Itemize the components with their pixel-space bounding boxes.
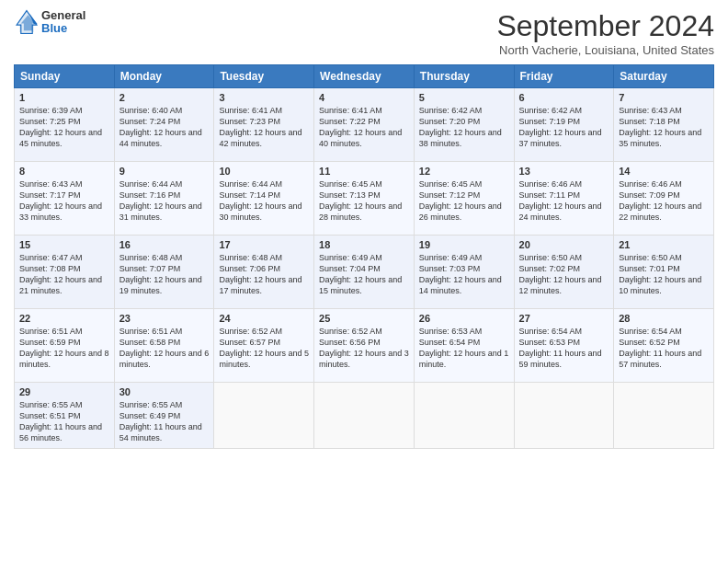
table-row: 25 Sunrise: 6:52 AM Sunset: 6:56 PM Dayl… bbox=[314, 309, 415, 383]
day-number: 3 bbox=[219, 92, 309, 103]
day-number: 18 bbox=[319, 239, 409, 250]
calendar-table: Sunday Monday Tuesday Wednesday Thursday… bbox=[14, 64, 714, 449]
day-info: Sunrise: 6:55 AM Sunset: 6:49 PM Dayligh… bbox=[119, 399, 210, 444]
logo-text: General Blue bbox=[41, 9, 85, 36]
table-row: 15 Sunrise: 6:47 AM Sunset: 7:08 PM Dayl… bbox=[15, 236, 115, 309]
day-info: Sunrise: 6:50 AM Sunset: 7:01 PM Dayligh… bbox=[619, 252, 709, 297]
table-row: 24 Sunrise: 6:52 AM Sunset: 6:57 PM Dayl… bbox=[214, 309, 314, 383]
col-saturday: Saturday bbox=[614, 65, 714, 88]
table-row: 20 Sunrise: 6:50 AM Sunset: 7:02 PM Dayl… bbox=[514, 236, 614, 309]
day-number: 27 bbox=[519, 313, 609, 324]
table-row: 9 Sunrise: 6:44 AM Sunset: 7:16 PM Dayli… bbox=[114, 162, 214, 236]
day-number: 14 bbox=[619, 166, 709, 177]
table-row: 4 Sunrise: 6:41 AM Sunset: 7:22 PM Dayli… bbox=[314, 88, 415, 162]
col-monday: Monday bbox=[114, 65, 214, 88]
day-info: Sunrise: 6:41 AM Sunset: 7:22 PM Dayligh… bbox=[319, 105, 409, 150]
day-number: 24 bbox=[219, 313, 309, 324]
calendar-week-row: 1 Sunrise: 6:39 AM Sunset: 7:25 PM Dayli… bbox=[15, 88, 714, 162]
day-number: 1 bbox=[19, 92, 109, 103]
day-info: Sunrise: 6:49 AM Sunset: 7:03 PM Dayligh… bbox=[419, 252, 509, 297]
day-info: Sunrise: 6:46 AM Sunset: 7:09 PM Dayligh… bbox=[619, 178, 709, 224]
day-number: 2 bbox=[119, 92, 210, 103]
logo-blue: Blue bbox=[41, 22, 85, 35]
calendar-week-row: 8 Sunrise: 6:43 AM Sunset: 7:17 PM Dayli… bbox=[15, 162, 714, 236]
table-row bbox=[514, 383, 614, 449]
table-row: 17 Sunrise: 6:48 AM Sunset: 7:06 PM Dayl… bbox=[214, 236, 314, 309]
location: North Vacherie, Louisiana, United States bbox=[496, 43, 714, 57]
table-row bbox=[214, 383, 314, 449]
day-number: 6 bbox=[519, 92, 609, 103]
day-number: 10 bbox=[219, 166, 309, 177]
day-number: 22 bbox=[19, 313, 109, 324]
table-row: 22 Sunrise: 6:51 AM Sunset: 6:59 PM Dayl… bbox=[15, 309, 115, 383]
table-row: 30 Sunrise: 6:55 AM Sunset: 6:49 PM Dayl… bbox=[114, 383, 214, 449]
day-info: Sunrise: 6:55 AM Sunset: 6:51 PM Dayligh… bbox=[19, 399, 109, 444]
table-row: 13 Sunrise: 6:46 AM Sunset: 7:11 PM Dayl… bbox=[514, 162, 614, 236]
day-info: Sunrise: 6:39 AM Sunset: 7:25 PM Dayligh… bbox=[19, 105, 109, 150]
table-row: 16 Sunrise: 6:48 AM Sunset: 7:07 PM Dayl… bbox=[114, 236, 214, 309]
table-row: 29 Sunrise: 6:55 AM Sunset: 6:51 PM Dayl… bbox=[15, 383, 115, 449]
day-info: Sunrise: 6:51 AM Sunset: 6:58 PM Dayligh… bbox=[119, 326, 210, 371]
day-info: Sunrise: 6:41 AM Sunset: 7:23 PM Dayligh… bbox=[219, 105, 309, 150]
table-row: 18 Sunrise: 6:49 AM Sunset: 7:04 PM Dayl… bbox=[314, 236, 415, 309]
day-number: 25 bbox=[319, 313, 409, 324]
table-row: 12 Sunrise: 6:45 AM Sunset: 7:12 PM Dayl… bbox=[414, 162, 514, 236]
day-info: Sunrise: 6:52 AM Sunset: 6:56 PM Dayligh… bbox=[319, 326, 409, 371]
title-section: September 2024 North Vacherie, Louisiana… bbox=[496, 9, 714, 57]
col-wednesday: Wednesday bbox=[314, 65, 415, 88]
table-row: 2 Sunrise: 6:40 AM Sunset: 7:24 PM Dayli… bbox=[114, 88, 214, 162]
table-row: 26 Sunrise: 6:53 AM Sunset: 6:54 PM Dayl… bbox=[414, 309, 514, 383]
col-thursday: Thursday bbox=[414, 65, 514, 88]
day-info: Sunrise: 6:54 AM Sunset: 6:52 PM Dayligh… bbox=[619, 326, 709, 371]
day-number: 5 bbox=[419, 92, 509, 103]
calendar-week-row: 22 Sunrise: 6:51 AM Sunset: 6:59 PM Dayl… bbox=[15, 309, 714, 383]
table-row bbox=[314, 383, 415, 449]
day-number: 17 bbox=[219, 239, 309, 250]
table-row bbox=[614, 383, 714, 449]
day-number: 19 bbox=[419, 239, 509, 250]
page-header: General Blue September 2024 North Vacher… bbox=[14, 9, 714, 57]
table-row: 8 Sunrise: 6:43 AM Sunset: 7:17 PM Dayli… bbox=[15, 162, 115, 236]
table-row: 27 Sunrise: 6:54 AM Sunset: 6:53 PM Dayl… bbox=[514, 309, 614, 383]
col-friday: Friday bbox=[514, 65, 614, 88]
table-row: 21 Sunrise: 6:50 AM Sunset: 7:01 PM Dayl… bbox=[614, 236, 714, 309]
table-row: 3 Sunrise: 6:41 AM Sunset: 7:23 PM Dayli… bbox=[214, 88, 314, 162]
day-info: Sunrise: 6:42 AM Sunset: 7:19 PM Dayligh… bbox=[519, 105, 609, 150]
calendar-week-row: 29 Sunrise: 6:55 AM Sunset: 6:51 PM Dayl… bbox=[15, 383, 714, 449]
month-title: September 2024 bbox=[496, 9, 714, 43]
col-sunday: Sunday bbox=[15, 65, 115, 88]
day-info: Sunrise: 6:50 AM Sunset: 7:02 PM Dayligh… bbox=[519, 252, 609, 297]
day-info: Sunrise: 6:42 AM Sunset: 7:20 PM Dayligh… bbox=[419, 105, 509, 150]
day-number: 21 bbox=[619, 239, 709, 250]
day-info: Sunrise: 6:48 AM Sunset: 7:07 PM Dayligh… bbox=[119, 252, 210, 297]
day-info: Sunrise: 6:47 AM Sunset: 7:08 PM Dayligh… bbox=[19, 252, 109, 297]
table-row: 14 Sunrise: 6:46 AM Sunset: 7:09 PM Dayl… bbox=[614, 162, 714, 236]
day-number: 13 bbox=[519, 166, 609, 177]
day-info: Sunrise: 6:44 AM Sunset: 7:16 PM Dayligh… bbox=[119, 178, 210, 224]
logo-icon bbox=[14, 9, 40, 35]
day-info: Sunrise: 6:43 AM Sunset: 7:18 PM Dayligh… bbox=[619, 105, 709, 150]
calendar-page: General Blue September 2024 North Vacher… bbox=[0, 0, 728, 563]
day-number: 12 bbox=[419, 166, 509, 177]
table-row: 5 Sunrise: 6:42 AM Sunset: 7:20 PM Dayli… bbox=[414, 88, 514, 162]
day-number: 7 bbox=[619, 92, 709, 103]
day-info: Sunrise: 6:52 AM Sunset: 6:57 PM Dayligh… bbox=[219, 326, 309, 371]
day-info: Sunrise: 6:45 AM Sunset: 7:12 PM Dayligh… bbox=[419, 178, 509, 224]
table-row: 10 Sunrise: 6:44 AM Sunset: 7:14 PM Dayl… bbox=[214, 162, 314, 236]
day-info: Sunrise: 6:49 AM Sunset: 7:04 PM Dayligh… bbox=[319, 252, 409, 297]
logo-general: General bbox=[41, 9, 85, 22]
calendar-week-row: 15 Sunrise: 6:47 AM Sunset: 7:08 PM Dayl… bbox=[15, 236, 714, 309]
day-info: Sunrise: 6:45 AM Sunset: 7:13 PM Dayligh… bbox=[319, 178, 409, 224]
day-number: 29 bbox=[19, 386, 109, 397]
table-row: 1 Sunrise: 6:39 AM Sunset: 7:25 PM Dayli… bbox=[15, 88, 115, 162]
day-number: 28 bbox=[619, 313, 709, 324]
day-info: Sunrise: 6:53 AM Sunset: 6:54 PM Dayligh… bbox=[419, 326, 509, 371]
table-row: 28 Sunrise: 6:54 AM Sunset: 6:52 PM Dayl… bbox=[614, 309, 714, 383]
table-row: 11 Sunrise: 6:45 AM Sunset: 7:13 PM Dayl… bbox=[314, 162, 415, 236]
table-row: 6 Sunrise: 6:42 AM Sunset: 7:19 PM Dayli… bbox=[514, 88, 614, 162]
day-info: Sunrise: 6:48 AM Sunset: 7:06 PM Dayligh… bbox=[219, 252, 309, 297]
day-number: 30 bbox=[119, 386, 210, 397]
day-number: 15 bbox=[19, 239, 109, 250]
table-row: 23 Sunrise: 6:51 AM Sunset: 6:58 PM Dayl… bbox=[114, 309, 214, 383]
table-row bbox=[414, 383, 514, 449]
